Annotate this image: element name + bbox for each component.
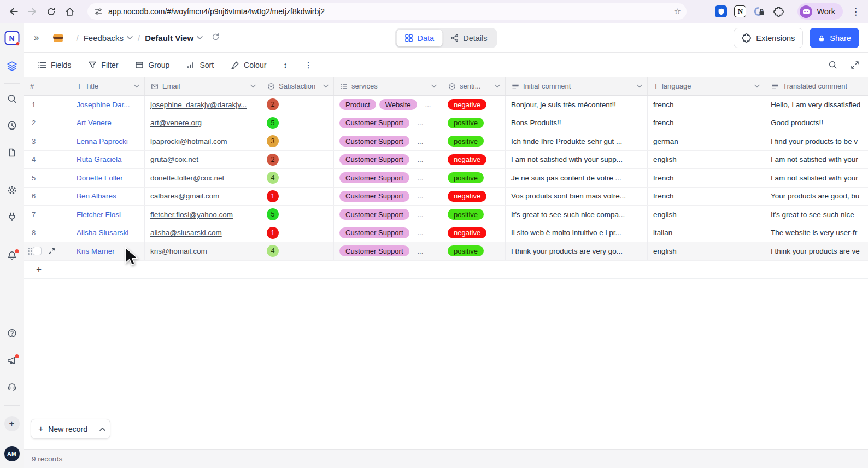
cell-language[interactable]: french (648, 188, 765, 206)
cell-sentiment[interactable]: positive (442, 206, 506, 224)
cell-email[interactable]: alisha@slusarski.com (145, 224, 261, 242)
cell-title[interactable]: Ruta Graciela (71, 151, 145, 169)
cell-services[interactable]: Customer Support... (334, 114, 442, 132)
cell-satisfaction[interactable]: 3 (261, 132, 334, 150)
cell-title[interactable]: Alisha Slusarski (71, 224, 145, 242)
cell-email[interactable]: lpaprocki@hotmail.com (145, 132, 261, 150)
base-emoji-icon[interactable] (53, 34, 63, 42)
cell-num[interactable] (24, 242, 71, 260)
column-header-initial[interactable]: Initial comment (506, 77, 648, 95)
cell-sentiment[interactable]: negative (442, 96, 506, 114)
email-link[interactable]: josephine_darakjy@darakjy... (150, 101, 247, 109)
row-height-button[interactable]: ↕ (283, 60, 288, 69)
cell-services[interactable]: ProductWebsite... (334, 96, 442, 114)
fullscreen-button[interactable] (851, 61, 859, 69)
cell-services[interactable]: Customer Support... (334, 242, 442, 260)
sidebar-item-notifications[interactable] (7, 250, 17, 261)
cell-initial[interactable]: Ich finde Ihre Produkte sehr gut ... (506, 132, 648, 150)
cell-language[interactable]: french (648, 114, 765, 132)
colour-button[interactable]: Colour (231, 61, 266, 69)
cell-services[interactable]: Customer Support... (334, 206, 442, 224)
cell-num[interactable]: 5 (24, 169, 71, 187)
column-header-satisfaction[interactable]: Satisfaction (261, 77, 334, 95)
cell-email[interactable]: kris@homail.com (145, 242, 261, 260)
chevron-down-icon[interactable] (250, 84, 256, 88)
cell-services[interactable]: Customer Support... (334, 151, 442, 169)
email-link[interactable]: donette.foller@cox.net (150, 174, 224, 182)
url-bar[interactable]: app.nocodb.com/#/woyfmcn4/p9nj6vtmta4w0g… (87, 3, 687, 20)
cell-email[interactable]: donette.foller@cox.net (145, 169, 261, 187)
cell-title[interactable]: Fletcher Flosi (71, 206, 145, 224)
cell-sentiment[interactable]: positive (442, 132, 506, 150)
column-header-translated[interactable]: Translated comment (765, 77, 868, 95)
tab-data[interactable]: Data (397, 30, 443, 46)
sidebar-item-recent[interactable] (7, 120, 17, 131)
toolbar-more-button[interactable]: ⋮ (304, 60, 313, 70)
cell-satisfaction[interactable]: 2 (261, 151, 334, 169)
column-header-sentiment[interactable]: senti... (442, 77, 506, 95)
chevron-down-icon[interactable] (431, 84, 437, 88)
cell-satisfaction[interactable]: 1 (261, 224, 334, 242)
nocodb-logo[interactable]: N (4, 31, 19, 45)
cell-initial[interactable]: Il sito web è molto intuitivo e i pr... (506, 224, 648, 242)
notion-extension-icon[interactable]: N (734, 5, 747, 18)
sidebar-item-bases[interactable] (7, 61, 17, 72)
cell-language[interactable]: french (648, 96, 765, 114)
cell-sentiment[interactable]: positive (442, 114, 506, 132)
cell-language[interactable]: french (648, 169, 765, 187)
cell-translated[interactable]: Good products!! (765, 114, 868, 132)
cell-language[interactable]: english (648, 242, 765, 260)
cell-translated[interactable]: I am not satisfied with your (765, 169, 868, 187)
browser-reload-button[interactable] (42, 2, 60, 21)
user-avatar[interactable]: AM (4, 446, 20, 461)
extensions-button[interactable]: Extensions (734, 28, 803, 48)
cell-num[interactable]: 1 (24, 96, 71, 114)
sidebar-item-settings[interactable] (7, 185, 17, 195)
share-button[interactable]: Share (810, 28, 859, 48)
cell-title[interactable]: Ben Albares (71, 188, 145, 206)
cell-num[interactable]: 7 (24, 206, 71, 224)
cell-num[interactable]: 6 (24, 188, 71, 206)
cell-services[interactable]: Customer Support... (334, 169, 442, 187)
bookmark-star-icon[interactable]: ☆ (674, 7, 681, 16)
browser-profile-chip[interactable]: Work (797, 3, 843, 20)
sort-button[interactable]: Sort (186, 61, 214, 69)
cell-satisfaction[interactable]: 4 (261, 169, 334, 187)
cell-sentiment[interactable]: positive (442, 169, 506, 187)
cell-language[interactable]: english (648, 151, 765, 169)
drag-handle-icon[interactable] (28, 248, 30, 249)
cell-satisfaction[interactable]: 5 (261, 114, 334, 132)
cell-translated[interactable]: I think your products are ve (765, 242, 868, 260)
cell-language[interactable]: english (648, 206, 765, 224)
expand-record-icon[interactable] (48, 248, 55, 255)
refresh-view-button[interactable] (212, 33, 220, 43)
cell-num[interactable]: 8 (24, 224, 71, 242)
email-link[interactable]: gruta@cox.net (150, 155, 198, 163)
cell-services[interactable]: Customer Support... (334, 224, 442, 242)
column-header-num[interactable]: # (24, 77, 71, 95)
cell-language[interactable]: italian (648, 224, 765, 242)
cell-email[interactable]: josephine_darakjy@darakjy... (145, 96, 261, 114)
new-record-options-button[interactable] (95, 419, 110, 438)
sidebar-item-support[interactable] (7, 381, 17, 391)
filter-button[interactable]: Filter (88, 61, 118, 69)
fields-button[interactable]: Fields (38, 61, 71, 69)
breadcrumb-table[interactable]: Feedbacks (84, 33, 133, 43)
cell-num[interactable]: 3 (24, 132, 71, 150)
tab-details[interactable]: Details (442, 30, 495, 46)
cell-translated[interactable]: I find your products to be v (765, 132, 868, 150)
cell-email[interactable]: art@venere.org (145, 114, 261, 132)
cell-services[interactable]: Customer Support... (334, 132, 442, 150)
email-link[interactable]: calbares@gmail.com (150, 192, 219, 200)
column-header-title[interactable]: TTitle (71, 77, 145, 95)
bitwarden-extension-icon[interactable] (714, 5, 728, 18)
add-record-row[interactable]: + (24, 261, 868, 279)
search-records-button[interactable] (828, 60, 837, 69)
chevron-down-icon[interactable] (637, 84, 642, 88)
cell-sentiment[interactable]: negative (442, 188, 506, 206)
email-link[interactable]: fletcher.flosi@yahoo.com (150, 210, 233, 219)
browser-menu-button[interactable]: ⋮ (849, 6, 863, 17)
cell-initial[interactable]: Bonjour, je suis très mécontent!! (506, 96, 648, 114)
browser-home-button[interactable] (60, 2, 79, 21)
cell-email[interactable]: fletcher.flosi@yahoo.com (145, 206, 261, 224)
